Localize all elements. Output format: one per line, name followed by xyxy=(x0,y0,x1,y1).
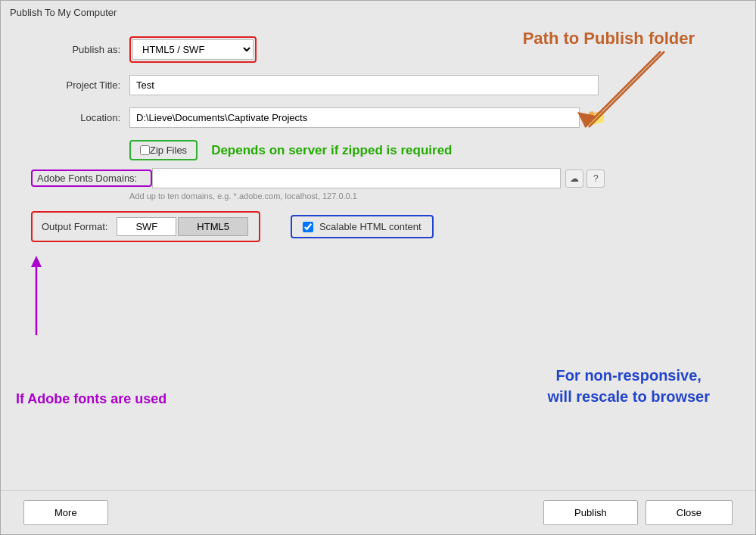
publish-button[interactable]: Publish xyxy=(543,500,638,525)
publish-dialog: Publish To My Computer Path to Publish f… xyxy=(0,0,756,535)
zip-files-row: Zip Files Depends on server if zipped is… xyxy=(129,140,725,160)
publish-as-dropdown[interactable]: HTML5 / SWF HTML5 SWF PDF xyxy=(132,39,254,60)
more-button[interactable]: More xyxy=(23,500,108,525)
folder-browse-icon[interactable]: 📁 xyxy=(586,108,606,128)
adobe-help-icon[interactable]: ? xyxy=(586,170,605,188)
zip-files-checkbox[interactable] xyxy=(140,145,150,155)
svg-marker-4 xyxy=(31,256,42,267)
scalable-html-checkbox[interactable] xyxy=(303,222,313,232)
publish-as-label: Publish as: xyxy=(31,44,129,55)
output-format-row: Output Format: SWF HTML5 Scalable HTML c… xyxy=(31,211,725,242)
dialog-footer: More Publish Close xyxy=(1,490,755,534)
adobe-fonts-input[interactable] xyxy=(152,168,561,188)
location-input[interactable]: D:\Lieve\Documents\Captivate Projects xyxy=(129,107,580,128)
zip-files-label[interactable]: Zip Files xyxy=(150,145,187,156)
adobe-fonts-row: Adobe Fonts Domains: ☁ ? xyxy=(31,168,725,188)
location-row: Location: D:\Lieve\Documents\Captivate P… xyxy=(31,107,725,128)
html5-format-button[interactable]: HTML5 xyxy=(178,217,248,236)
dialog-title-bar: Publish To My Computer xyxy=(1,1,755,21)
zip-files-wrapper: Zip Files xyxy=(129,140,198,160)
non-responsive-text: For non-responsive,will rescale to brows… xyxy=(547,367,710,405)
swf-format-button[interactable]: SWF xyxy=(117,217,176,236)
project-title-label: Project Title: xyxy=(31,79,129,91)
adobe-icons-group: ☁ ? xyxy=(565,170,605,188)
scalable-html-label[interactable]: Scalable HTML content xyxy=(319,221,422,232)
location-label: Location: xyxy=(31,112,129,123)
purple-arrow-annotation xyxy=(25,252,48,343)
publish-as-select-wrapper: HTML5 / SWF HTML5 SWF PDF xyxy=(129,36,257,63)
adobe-fonts-label-border: Adobe Fonts Domains: xyxy=(31,170,152,187)
output-format-label: Output Format: xyxy=(42,221,107,232)
dialog-title: Publish To My Computer xyxy=(10,7,117,18)
adobe-input-wrapper: ☁ ? xyxy=(152,168,725,188)
adobe-fonts-label: Adobe Fonts Domains: xyxy=(37,173,146,184)
project-title-row: Project Title: Test xyxy=(31,75,725,95)
close-button[interactable]: Close xyxy=(646,500,733,525)
scalable-html-wrapper: Scalable HTML content xyxy=(291,215,434,238)
project-title-input[interactable]: Test xyxy=(129,75,599,95)
zip-annotation: Depends on server if zipped is required xyxy=(211,143,452,158)
if-adobe-annotation: If Adobe fonts are used xyxy=(16,391,166,407)
non-responsive-annotation: For non-responsive,will rescale to brows… xyxy=(547,365,710,407)
output-format-wrapper: Output Format: SWF HTML5 xyxy=(31,211,260,242)
footer-right-buttons: Publish Close xyxy=(543,500,733,525)
path-to-publish-annotation: Path to Publish folder xyxy=(523,29,695,48)
dialog-content: Path to Publish folder Publish as: HTML5… xyxy=(1,21,755,490)
adobe-fonts-hint: Add up to ten domains, e.g. *.adobe.com,… xyxy=(129,191,725,201)
adobe-cloud-icon[interactable]: ☁ xyxy=(565,170,583,188)
